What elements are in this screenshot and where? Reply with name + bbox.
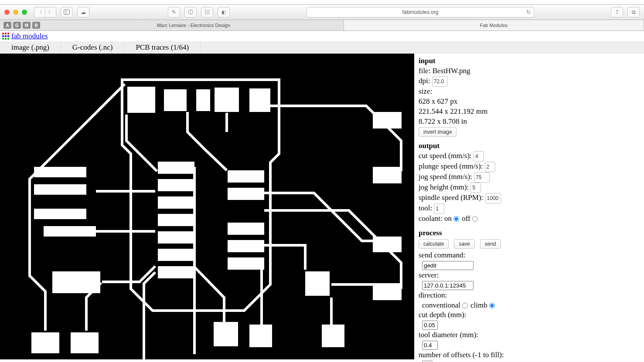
coolant-off-radio[interactable] bbox=[472, 216, 478, 222]
file-name: BestHW.png bbox=[433, 67, 470, 75]
sidebar-button[interactable] bbox=[61, 7, 73, 17]
close-window-icon[interactable] bbox=[4, 10, 10, 15]
jog-height-input[interactable] bbox=[470, 183, 481, 193]
size-mm: 221.544 x 221.192 mm bbox=[419, 107, 487, 115]
svg-rect-20 bbox=[127, 87, 155, 113]
svg-rect-28 bbox=[34, 184, 86, 195]
brand-link[interactable]: fab modules bbox=[11, 32, 48, 41]
svg-rect-49 bbox=[214, 322, 238, 346]
mode-output[interactable]: G-codes (.nc) bbox=[61, 41, 125, 54]
svg-point-3 bbox=[207, 10, 208, 11]
svg-point-7 bbox=[208, 12, 209, 13]
svg-rect-30 bbox=[44, 226, 96, 237]
grid-button[interactable] bbox=[201, 7, 213, 17]
sidebar-icon bbox=[64, 10, 70, 15]
tab-electronics-design[interactable]: Marc Lemaire - Electronics Design bbox=[44, 20, 344, 30]
direction-climb-radio[interactable] bbox=[489, 303, 495, 308]
svg-rect-46 bbox=[373, 284, 402, 300]
svg-rect-16 bbox=[7, 35, 9, 37]
fab-logo-icon bbox=[2, 32, 10, 40]
process-section: process calculate save send send command… bbox=[419, 228, 504, 362]
tab-fab-modules[interactable]: Fab Modules bbox=[344, 20, 644, 30]
svg-point-10 bbox=[208, 14, 209, 14]
url-text: fabmodules.org bbox=[402, 9, 439, 15]
share-button[interactable]: ⤴ bbox=[611, 7, 623, 17]
svg-rect-21 bbox=[164, 89, 187, 111]
browser-tabstrip: A G M B Marc Lemaire - Electronics Desig… bbox=[0, 20, 644, 31]
input-heading: input bbox=[419, 57, 436, 65]
plunge-speed-input[interactable] bbox=[485, 162, 495, 172]
size-in: 8.722 x 8.708 in bbox=[419, 117, 467, 125]
svg-rect-37 bbox=[158, 249, 194, 261]
tool-input[interactable] bbox=[434, 203, 444, 214]
window-controls[interactable] bbox=[4, 10, 27, 15]
mode-tabs: image (.png) G-codes (.nc) PCB traces (1… bbox=[0, 41, 644, 54]
grid-icon bbox=[204, 10, 210, 15]
process-heading: process bbox=[419, 229, 442, 237]
coolant-on-radio[interactable] bbox=[453, 216, 459, 222]
pcb-preview[interactable] bbox=[0, 54, 414, 359]
spindle-speed-input[interactable] bbox=[485, 193, 501, 203]
contrast-button[interactable]: ◐ bbox=[218, 7, 230, 17]
svg-rect-0 bbox=[64, 10, 70, 15]
svg-rect-36 bbox=[158, 231, 194, 244]
reload-icon[interactable]: ↻ bbox=[526, 9, 531, 15]
svg-rect-15 bbox=[5, 35, 7, 37]
svg-rect-34 bbox=[158, 196, 194, 209]
pinned-tab-m[interactable]: M bbox=[23, 22, 31, 29]
svg-rect-44 bbox=[305, 271, 330, 296]
cloud-button[interactable]: ☁︎ bbox=[77, 7, 89, 17]
back-button[interactable]: 〈 bbox=[34, 7, 45, 17]
tool-diameter-input[interactable] bbox=[422, 341, 438, 350]
svg-rect-18 bbox=[5, 38, 7, 40]
svg-rect-11 bbox=[2, 33, 4, 34]
svg-rect-33 bbox=[158, 179, 194, 191]
pinned-tabs: A G M B bbox=[0, 20, 44, 30]
forward-button[interactable]: 〉 bbox=[45, 7, 56, 17]
compose-button[interactable]: ✎ bbox=[168, 7, 180, 17]
svg-point-9 bbox=[207, 14, 208, 14]
dpi-input[interactable] bbox=[432, 76, 448, 87]
save-button[interactable]: save bbox=[454, 239, 474, 249]
svg-rect-26 bbox=[373, 167, 402, 183]
output-section: output cut speed (mm/s): plunge speed (m… bbox=[419, 141, 504, 224]
pinned-tab-b[interactable]: B bbox=[32, 22, 40, 29]
minimize-window-icon[interactable] bbox=[13, 10, 18, 15]
address-bar[interactable]: fabmodules.org ↻ bbox=[307, 7, 534, 17]
output-heading: output bbox=[419, 142, 440, 150]
svg-rect-12 bbox=[5, 33, 7, 34]
calculate-button[interactable]: calculate bbox=[419, 239, 449, 249]
send-command-input[interactable] bbox=[422, 261, 474, 270]
size-px: 628 x 627 px bbox=[419, 97, 457, 105]
svg-rect-51 bbox=[322, 325, 344, 347]
svg-rect-22 bbox=[196, 89, 210, 111]
mode-process[interactable]: PCB traces (1/64) bbox=[124, 41, 201, 54]
svg-rect-39 bbox=[228, 170, 264, 183]
svg-rect-17 bbox=[2, 38, 4, 40]
jog-speed-input[interactable] bbox=[474, 172, 490, 183]
pinned-tab-g[interactable]: G bbox=[13, 22, 21, 29]
svg-point-5 bbox=[205, 12, 206, 13]
cut-speed-input[interactable] bbox=[474, 151, 484, 162]
svg-point-2 bbox=[205, 10, 206, 11]
send-button[interactable]: send bbox=[480, 239, 501, 249]
invert-image-button[interactable]: invert image bbox=[419, 127, 457, 137]
svg-rect-13 bbox=[7, 33, 9, 34]
brand: fab modules bbox=[0, 31, 644, 41]
tabs-button[interactable]: ⧉ bbox=[627, 7, 640, 17]
svg-point-6 bbox=[207, 12, 208, 13]
svg-point-4 bbox=[208, 10, 209, 11]
svg-rect-32 bbox=[158, 162, 194, 174]
svg-rect-40 bbox=[228, 188, 264, 200]
svg-rect-29 bbox=[34, 209, 86, 219]
mode-input[interactable]: image (.png) bbox=[0, 41, 61, 54]
svg-rect-48 bbox=[71, 332, 99, 353]
server-input[interactable] bbox=[422, 281, 474, 290]
cut-depth-input[interactable] bbox=[422, 321, 438, 330]
pinned-tab-a[interactable]: A bbox=[3, 22, 11, 29]
info-button[interactable]: ⓘ bbox=[184, 7, 197, 17]
svg-rect-35 bbox=[158, 214, 194, 226]
fullscreen-window-icon[interactable] bbox=[22, 10, 27, 15]
direction-conventional-radio[interactable] bbox=[462, 303, 468, 308]
browser-toolbar: 〈 〉 ☁︎ ✎ ⓘ ◐ fabmodules.org ↻ ⤴ ⧉ bbox=[0, 5, 644, 20]
